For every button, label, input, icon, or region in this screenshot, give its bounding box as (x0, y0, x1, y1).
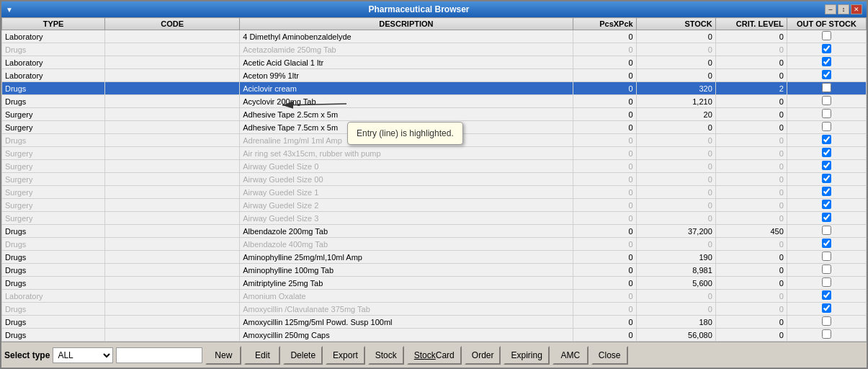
table-row[interactable]: Drugs Acyclovir 200mg Tab 0 1,210 0 (2, 95, 867, 108)
oos-checkbox[interactable] (822, 277, 831, 287)
table-row[interactable]: Surgery Air ring set 43x15cm, rubber wit… (2, 147, 867, 160)
col-header-code[interactable]: CODE (105, 18, 240, 30)
app-menu-icon[interactable]: ▼ (6, 6, 13, 14)
table-row[interactable]: Drugs Amitriptyline 25mg Tab 0 5,600 0 (2, 277, 867, 290)
table-row[interactable]: Drugs Amoxycillin 125mg/5ml Powd. Susp 1… (2, 316, 867, 329)
oos-checkbox[interactable] (822, 252, 831, 261)
oos-checkbox[interactable] (822, 290, 831, 300)
col-header-description[interactable]: DESCRIPTION (240, 18, 573, 30)
oos-checkbox[interactable] (822, 122, 831, 131)
cell-description: Amoxycillin /Clavulanate 375mg Tab (240, 303, 573, 316)
cell-out-of-stock[interactable] (787, 43, 866, 56)
cell-out-of-stock[interactable] (787, 212, 866, 225)
cell-out-of-stock[interactable] (787, 251, 866, 264)
table-row[interactable]: Surgery Airway Guedel Size 3 0 0 0 (2, 212, 867, 225)
table-row[interactable]: Laboratory Amonium Oxalate 0 0 0 (2, 290, 867, 303)
export-button[interactable]: Export (326, 346, 365, 365)
oos-checkbox[interactable] (822, 96, 831, 105)
expiring-button[interactable]: Expiring (504, 346, 549, 365)
cell-out-of-stock[interactable] (787, 134, 866, 147)
cell-out-of-stock[interactable] (787, 316, 866, 329)
cell-out-of-stock[interactable] (787, 173, 866, 186)
oos-checkbox[interactable] (822, 174, 831, 183)
close-window-button[interactable]: Close (591, 346, 628, 365)
oos-checkbox[interactable] (822, 303, 831, 313)
table-row[interactable]: Surgery Airway Guedel Size 1 0 0 0 (2, 186, 867, 199)
select-type-combo[interactable]: ALL Drugs Laboratory Surgery Chemical (53, 347, 113, 363)
cell-out-of-stock[interactable] (787, 108, 866, 121)
cell-out-of-stock[interactable] (787, 95, 866, 108)
col-header-stock[interactable]: STOCK (636, 18, 715, 30)
col-header-crit-level[interactable]: CRIT. LEVEL (715, 18, 787, 30)
select-type-dropdown[interactable]: ALL Drugs Laboratory Surgery Chemical (53, 347, 113, 363)
cell-out-of-stock[interactable] (787, 199, 866, 212)
amc-button[interactable]: AMC (552, 346, 589, 365)
oos-checkbox[interactable] (822, 264, 831, 274)
search-input[interactable] (116, 347, 202, 363)
oos-checkbox[interactable] (822, 109, 831, 118)
order-button[interactable]: Order (465, 346, 501, 365)
cell-out-of-stock[interactable] (787, 82, 866, 95)
cell-out-of-stock[interactable] (787, 290, 866, 303)
table-row[interactable]: Drugs Albendazole 400mg Tab 0 0 0 (2, 238, 867, 251)
table-row[interactable]: Surgery Airway Guedel Size 00 0 0 0 (2, 173, 867, 186)
col-header-type[interactable]: TYPE (2, 18, 105, 30)
table-row[interactable]: Surgery Airway Guedel Size 2 0 0 0 (2, 199, 867, 212)
col-header-out-of-stock[interactable]: OUT OF STOCK (787, 18, 866, 30)
oos-checkbox[interactable] (822, 161, 831, 170)
table-row[interactable]: Drugs Aminophylline 100mg Tab 0 8,981 0 (2, 264, 867, 277)
oos-checkbox[interactable] (822, 57, 831, 66)
table-row[interactable]: Surgery Airway Guedel Size 0 0 0 0 (2, 160, 867, 173)
close-button[interactable]: ✕ (851, 4, 862, 14)
oos-checkbox[interactable] (822, 187, 831, 196)
table-row[interactable]: Drugs Aciclovir cream 0 320 2 (2, 82, 867, 95)
table-row[interactable]: Drugs Acetazolamide 250mg Tab 0 0 0 (2, 43, 867, 56)
table-row[interactable]: Drugs Amoxycillin /Clavulanate 375mg Tab… (2, 303, 867, 316)
table-row[interactable]: Drugs Amphotericin B 50mg Vial 0 0 0 (2, 342, 867, 342)
stockcard-button[interactable]: StockCard (407, 346, 462, 365)
oos-checkbox[interactable] (822, 213, 831, 222)
cell-out-of-stock[interactable] (787, 277, 866, 290)
oos-checkbox[interactable] (822, 200, 831, 209)
table-row[interactable]: Surgery Adhesive Tape 2.5cm x 5m 0 20 0 (2, 108, 867, 121)
oos-checkbox[interactable] (822, 70, 831, 79)
oos-checkbox[interactable] (822, 148, 831, 157)
cell-out-of-stock[interactable] (787, 30, 866, 43)
new-button[interactable]: New (205, 346, 241, 365)
cell-out-of-stock[interactable] (787, 160, 866, 173)
cell-out-of-stock[interactable] (787, 69, 866, 82)
cell-out-of-stock[interactable] (787, 225, 866, 238)
oos-checkbox[interactable] (822, 44, 831, 53)
cell-out-of-stock[interactable] (787, 121, 866, 134)
cell-out-of-stock[interactable] (787, 238, 866, 251)
table-row[interactable]: Drugs Amoxycillin 250mg Caps 0 56,080 0 (2, 329, 867, 342)
table-body: Laboratory 4 Dimethyl Aminobenzaldelyde … (2, 30, 867, 342)
edit-button[interactable]: Edit (244, 346, 280, 365)
col-header-pcsxpck[interactable]: PcsXPck (573, 18, 636, 30)
cell-out-of-stock[interactable] (787, 342, 866, 342)
restore-button[interactable]: ↕ (838, 4, 849, 14)
table-row[interactable]: Laboratory 4 Dimethyl Aminobenzaldelyde … (2, 30, 867, 43)
cell-out-of-stock[interactable] (787, 329, 866, 342)
cell-out-of-stock[interactable] (787, 147, 866, 160)
delete-button[interactable]: Delete (283, 346, 323, 365)
cell-out-of-stock[interactable] (787, 264, 866, 277)
stock-button[interactable]: Stock (368, 346, 404, 365)
cell-out-of-stock[interactable] (787, 303, 866, 316)
oos-checkbox[interactable] (822, 135, 831, 144)
oos-checkbox[interactable] (822, 226, 831, 235)
table-wrapper[interactable]: TYPE CODE DESCRIPTION PcsXPck STOCK CRIT… (1, 17, 867, 342)
table-row[interactable]: Laboratory Acetic Acid Glacial 1 ltr 0 0… (2, 56, 867, 69)
minimize-button[interactable]: – (825, 4, 836, 14)
oos-checkbox[interactable] (822, 239, 831, 248)
oos-checkbox[interactable] (822, 329, 831, 339)
oos-checkbox[interactable] (822, 31, 831, 40)
table-row[interactable]: Drugs Aminophylline 25mg/ml,10ml Amp 0 1… (2, 251, 867, 264)
cell-out-of-stock[interactable] (787, 56, 866, 69)
window-title: Pharmaceutical Browser (13, 4, 825, 14)
table-row[interactable]: Laboratory Aceton 99% 1ltr 0 0 0 (2, 69, 867, 82)
cell-out-of-stock[interactable] (787, 186, 866, 199)
oos-checkbox[interactable] (822, 83, 831, 92)
oos-checkbox[interactable] (822, 316, 831, 326)
table-row[interactable]: Drugs Albendazole 200mg Tab 0 37,200 450 (2, 225, 867, 238)
